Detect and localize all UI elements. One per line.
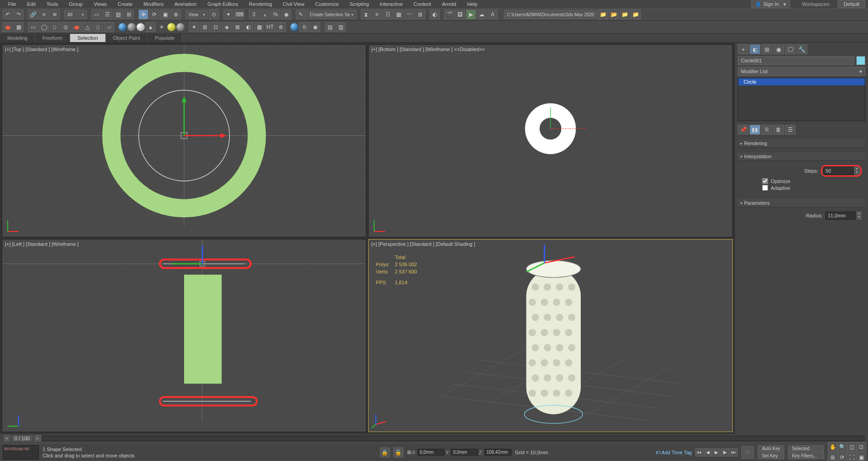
autokey-button[interactable]: Auto Key [758, 445, 784, 452]
cage-icon[interactable]: ▦ [14, 22, 24, 32]
make-unique-button[interactable]: ⎘ [761, 125, 772, 135]
teapot2-icon[interactable]: 🫖 [71, 22, 81, 32]
folder4-button[interactable]: 📁 [631, 9, 641, 19]
helper6-icon[interactable]: ◐ [243, 22, 253, 32]
modifier-stack[interactable]: Circle [738, 78, 865, 121]
play-button[interactable]: ▶ [712, 448, 721, 456]
timeline-prev-button[interactable]: < [4, 435, 10, 442]
viewport-perspective-label[interactable]: [+] [Perspective ] [Standard ] [Default … [371, 241, 475, 247]
mirror-button[interactable]: ⧗ [361, 9, 371, 19]
motion-tab[interactable]: ◉ [773, 44, 784, 54]
select-move-button[interactable]: ✥ [138, 9, 148, 19]
maxscript-listener[interactable]: MAXScript Mi: [3, 445, 39, 460]
menu-customize[interactable]: Customize [310, 0, 344, 8]
isolate-selection-button[interactable]: 🔒 [380, 447, 390, 457]
folder2-button[interactable]: 📂 [609, 9, 619, 19]
selection-lock-button[interactable]: 🔓 [394, 447, 403, 457]
utilities-tab[interactable]: 🔧 [797, 44, 807, 54]
cone-icon[interactable]: △ [82, 22, 92, 32]
light-icon[interactable]: ▲ [146, 22, 156, 32]
radius-spinner[interactable] [825, 212, 856, 220]
optimize-checkbox[interactable] [762, 178, 768, 184]
viewport-perspective[interactable]: [+] [Perspective ] [Standard ] [Default … [368, 239, 733, 432]
modifier-list-dropdown[interactable]: Modifier List [738, 67, 865, 76]
interpolation-rollout-header[interactable]: Interpolation [738, 152, 865, 161]
curve-editor-button[interactable]: 〰 [404, 9, 414, 19]
render-prod-button[interactable]: ▶ [466, 9, 476, 19]
workspaces-dropdown[interactable]: Default [838, 0, 865, 8]
select-scale-button[interactable]: ▣ [160, 9, 170, 19]
percent-snap-button[interactable]: % [270, 9, 280, 19]
helper4-icon[interactable]: ◈ [222, 22, 232, 32]
ref-coord-dropdown[interactable]: View [185, 10, 208, 19]
yellow-sphere-icon[interactable] [167, 23, 175, 31]
select-rotate-button[interactable]: ⟳ [149, 9, 159, 19]
zoom-extents-button[interactable]: ⊡ [856, 442, 866, 452]
gray-sphere-icon[interactable] [128, 23, 136, 31]
folder3-button[interactable]: 📁 [620, 9, 630, 19]
sphere-icon[interactable]: ◯ [39, 22, 49, 32]
menu-create[interactable]: Create [112, 0, 138, 8]
adaptive-checkbox[interactable] [762, 185, 768, 191]
project-path[interactable]: C:\Users\ADMIN\Documents\3ds Max 2020 [504, 10, 598, 19]
viewport-left[interactable]: [+] [Left ] [Standard ] [Wireframe ] [2, 239, 366, 432]
gray2-sphere-icon[interactable] [176, 23, 185, 31]
sun-icon[interactable]: ☀ [157, 22, 166, 32]
coord-mode-icon[interactable]: ⊞ [407, 449, 411, 455]
render-setup-button[interactable]: 🎬 [444, 9, 454, 19]
named-sel-dropdown[interactable]: Create Selection Se [307, 10, 356, 19]
maximize-viewport-button[interactable]: ⛶ [847, 452, 857, 461]
cylinder-icon[interactable]: ⬯ [50, 22, 60, 32]
menu-modifiers[interactable]: Modifiers [138, 0, 169, 8]
spinner-snap-button[interactable]: ◉ [281, 9, 291, 19]
util1-icon[interactable]: ⎘ [299, 22, 309, 32]
util2-icon[interactable]: ◉ [310, 22, 320, 32]
toggle-ribbon-button[interactable]: ▦ [394, 9, 403, 19]
material-editor-button[interactable]: ◐ [430, 9, 440, 19]
select-object-button[interactable]: ▭ [91, 9, 101, 19]
ribbon-tab-object-paint[interactable]: Object Paint [106, 34, 148, 42]
select-place-button[interactable]: ⊕ [171, 9, 181, 19]
plane-icon[interactable]: ▱ [104, 22, 114, 32]
align-button[interactable]: ≡ [372, 9, 382, 19]
viewport-bottom[interactable]: [+] [Bottom ] [Standard ] [Wireframe ] <… [368, 44, 733, 237]
helper8-icon[interactable]: HT [265, 22, 275, 32]
add-time-tag[interactable]: 🏷 Add Time Tag [655, 450, 692, 455]
menu-help[interactable]: Help [462, 0, 483, 8]
rendered-frame-button[interactable]: 🖼 [455, 9, 465, 19]
helper7-icon[interactable]: ▦ [254, 22, 264, 32]
modifier-stack-item[interactable]: Circle [738, 78, 865, 85]
helper3-icon[interactable]: ⊡ [211, 22, 221, 32]
snap-toggle-button[interactable]: 3 [249, 9, 259, 19]
menu-graph-editors[interactable]: Graph Editors [202, 0, 244, 8]
unlink-button[interactable]: ⤫ [39, 9, 49, 19]
pan-view-button[interactable]: ✋ [828, 442, 838, 452]
menu-views[interactable]: Views [88, 0, 112, 8]
schematic-view-button[interactable]: ⊞ [415, 9, 425, 19]
layer-explorer-button[interactable]: ☷ [383, 9, 393, 19]
helper5-icon[interactable]: ⊠ [232, 22, 242, 32]
keyboard-shortcut-button[interactable]: ⌨ [234, 9, 244, 19]
steps-spinner[interactable] [823, 167, 854, 175]
parameters-rollout-header[interactable]: Parameters [738, 199, 865, 207]
helper9-icon[interactable]: ⊛ [276, 22, 286, 32]
orbit-button[interactable]: ⟳ [837, 452, 847, 461]
key-filters-button[interactable]: Key Filters... [788, 452, 824, 459]
select-name-button[interactable]: ☰ [102, 9, 112, 19]
window-crossing-button[interactable]: ⊞ [124, 9, 134, 19]
bind-button[interactable]: ≋ [50, 9, 60, 19]
menu-interactive[interactable]: Interactive [375, 0, 408, 8]
y-coord-input[interactable] [451, 449, 478, 456]
viewport-top-label[interactable]: [+] [Top ] [Standard ] [Wireframe ] [5, 47, 78, 52]
x-coord-input[interactable] [417, 449, 445, 456]
radius-spinner-arrows[interactable]: ▲▼ [856, 212, 862, 220]
hierarchy-tab[interactable]: ⊞ [761, 44, 772, 54]
pin-stack-button[interactable]: 📌 [738, 125, 749, 135]
menu-rendering[interactable]: Rendering [244, 0, 278, 8]
use-pivot-button[interactable]: ⊙ [209, 9, 219, 19]
min-max-button[interactable]: ▣ [856, 452, 866, 461]
time-config-button[interactable]: ➕ [741, 446, 754, 459]
z-coord-input[interactable] [484, 449, 512, 456]
torus-icon[interactable]: ◎ [61, 22, 71, 32]
timeline-frame-display[interactable]: 0 / 100 [12, 435, 33, 442]
